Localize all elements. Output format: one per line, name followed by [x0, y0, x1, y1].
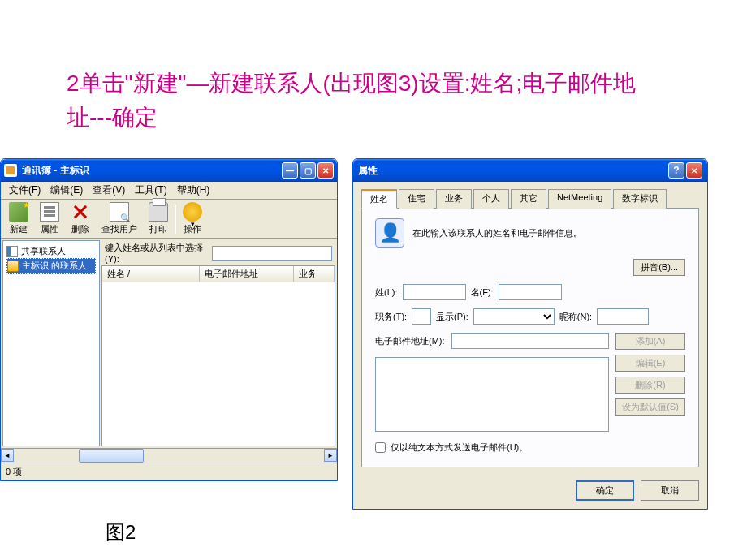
menu-tools[interactable]: 工具(T) — [130, 182, 171, 199]
find-button[interactable]: 查找用户 — [97, 200, 142, 237]
print-icon — [149, 202, 168, 222]
display-label: 显示(P): — [436, 311, 468, 323]
contact-list[interactable]: 姓名 / 电子邮件地址 业务 — [101, 265, 335, 446]
avatar-icon: 👤 — [375, 218, 404, 248]
sidebar-tree[interactable]: 共享联系人 主标识 的联系人 — [2, 240, 100, 446]
search-input[interactable] — [212, 246, 332, 261]
titlebar[interactable]: 通讯簿 - 主标识 — ▢ ✕ — [1, 159, 337, 182]
properties-dialog: 属性 ? ✕ 姓名 住宅 业务 个人 其它 NetMeeting 数字标识 👤 … — [352, 158, 708, 510]
minimize-button[interactable]: — — [282, 162, 298, 179]
horizontal-scrollbar[interactable]: ◄ ► — [1, 448, 337, 463]
search-label: 键入姓名或从列表中选择(Y): — [105, 242, 209, 264]
action-icon — [183, 202, 202, 222]
delete-icon — [71, 202, 90, 222]
title-label: 职务(T): — [375, 311, 407, 323]
edit-button[interactable]: 编辑(E) — [615, 355, 685, 372]
ok-button[interactable]: 确定 — [576, 480, 634, 501]
email-list[interactable] — [375, 357, 609, 432]
folder-icon — [7, 261, 19, 272]
lastname-label: 姓(L): — [375, 286, 398, 299]
menubar: 文件(F) 编辑(E) 查看(V) 工具(T) 帮助(H) — [1, 182, 337, 200]
scroll-left-button[interactable]: ◄ — [1, 449, 14, 462]
column-biz[interactable]: 业务 — [294, 266, 335, 282]
tab-name[interactable]: 姓名 — [361, 189, 397, 209]
add-button[interactable]: 添加(A) — [615, 333, 685, 350]
pinyin-button[interactable]: 拼音(B)... — [633, 259, 685, 276]
column-name[interactable]: 姓名 / — [102, 266, 200, 282]
nickname-label: 昵称(N): — [559, 311, 592, 323]
title-input[interactable] — [412, 308, 431, 325]
menu-edit[interactable]: 编辑(E) — [45, 182, 88, 199]
figure-caption: 图2 — [106, 519, 136, 545]
delete-button[interactable]: 删除 — [66, 200, 95, 237]
tree-item-shared[interactable]: 共享联系人 — [6, 244, 96, 258]
set-default-button[interactable]: 设为默认值(S) — [615, 398, 685, 416]
scroll-thumb[interactable] — [79, 449, 144, 463]
tab-business[interactable]: 业务 — [436, 189, 472, 209]
tab-digital[interactable]: 数字标识 — [613, 189, 667, 209]
address-book-window: 通讯簿 - 主标识 — ▢ ✕ 文件(F) 编辑(E) 查看(V) 工具(T) … — [0, 158, 338, 481]
menu-help[interactable]: 帮助(H) — [172, 182, 215, 199]
close-button[interactable]: ✕ — [317, 162, 334, 179]
tab-netmeeting[interactable]: NetMeeting — [548, 189, 611, 209]
email-label: 电子邮件地址(M): — [375, 335, 445, 347]
instruction-text: 2单击"新建"—新建联系人(出现图3)设置:姓名;电子邮件地址---确定 — [67, 67, 651, 135]
tab-content: 👤 在此输入该联系人的姓名和电子邮件信息。 拼音(B)... 姓(L): 名(F… — [361, 209, 699, 467]
menu-file[interactable]: 文件(F) — [4, 182, 45, 199]
properties-icon — [40, 202, 59, 222]
cancel-button[interactable]: 取消 — [641, 480, 699, 501]
plaintext-checkbox[interactable] — [375, 442, 386, 453]
email-input[interactable] — [451, 333, 609, 349]
menu-view[interactable]: 查看(V) — [88, 182, 130, 199]
dialog-close-button[interactable]: ✕ — [686, 162, 702, 179]
properties-button[interactable]: 属性 — [35, 200, 64, 237]
window-title: 通讯簿 - 主标识 — [22, 164, 282, 178]
new-icon — [9, 202, 28, 222]
book-icon — [6, 246, 18, 257]
firstname-input[interactable] — [499, 284, 562, 300]
help-button[interactable]: ? — [668, 162, 684, 179]
tree-item-main[interactable]: 主标识 的联系人 — [6, 258, 96, 274]
maximize-button[interactable]: ▢ — [300, 162, 316, 179]
new-button[interactable]: 新建 — [4, 200, 33, 237]
scroll-right-button[interactable]: ► — [324, 449, 337, 462]
print-button[interactable]: 打印 — [144, 200, 173, 237]
firstname-label: 名(F): — [471, 286, 494, 299]
status-bar: 0 项 — [1, 463, 337, 480]
address-book-icon — [4, 164, 17, 177]
dialog-titlebar[interactable]: 属性 ? ✕ — [353, 159, 707, 182]
dialog-title: 属性 — [358, 164, 668, 178]
plaintext-label[interactable]: 仅以纯文本方式发送电子邮件(U)。 — [391, 442, 528, 454]
tab-row: 姓名 住宅 业务 个人 其它 NetMeeting 数字标识 — [361, 188, 699, 209]
action-button[interactable]: 操作 — [178, 200, 207, 237]
nickname-input[interactable] — [597, 308, 649, 325]
remove-button[interactable]: 删除(R) — [615, 377, 685, 394]
tab-home[interactable]: 住宅 — [399, 189, 434, 209]
tab-personal[interactable]: 个人 — [473, 189, 509, 209]
display-select[interactable] — [473, 308, 555, 325]
search-row: 键入姓名或从列表中选择(Y): — [101, 240, 335, 265]
toolbar-separator — [175, 205, 176, 234]
lastname-input[interactable] — [403, 284, 466, 300]
toolbar: 新建 属性 删除 查找用户 打印 操作 — [1, 200, 337, 239]
info-text: 在此输入该联系人的姓名和电子邮件信息。 — [412, 227, 582, 239]
tab-other[interactable]: 其它 — [511, 189, 546, 209]
column-email[interactable]: 电子邮件地址 — [200, 266, 294, 282]
find-icon — [110, 202, 129, 222]
